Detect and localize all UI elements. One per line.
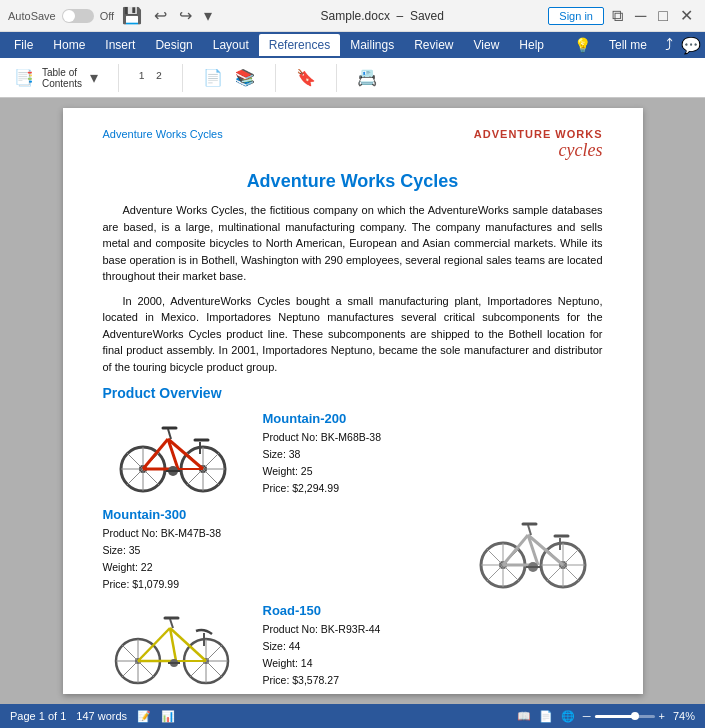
svg-line-39 (528, 525, 531, 535)
status-bar: Page 1 of 1 147 words 📝 📊 📖 📄 🌐 ─ + 74% (0, 704, 705, 728)
proofing-icon[interactable]: 📝 (137, 710, 151, 723)
product-detail-mountain300: Product No: BK-M47B-38 Size: 35 Weight: … (103, 525, 453, 592)
product-image-mountain300 (463, 505, 603, 595)
endnote-icon[interactable]: ² (152, 67, 165, 89)
product-row-mountain200: Mountain-200 Product No: BK-M68B-38 Size… (103, 409, 603, 499)
doc-paragraph2: In 2000, AdventureWorks Cycles bought a … (103, 293, 603, 376)
tab-file[interactable]: File (4, 34, 43, 56)
logo-text-line2: cycles (474, 140, 603, 161)
tab-view[interactable]: View (464, 34, 510, 56)
signin-button[interactable]: Sign in (548, 7, 604, 25)
logo-text-line1: ADVENTURE WORKS (474, 128, 603, 140)
tab-references[interactable]: References (259, 34, 340, 56)
document-area: Adventure Works Cycles ADVENTURE WORKS c… (0, 98, 705, 704)
svg-line-57 (138, 628, 170, 661)
product-no-mountain200: Product No: BK-M68B-38 (263, 429, 603, 446)
word-count: 147 words (76, 710, 127, 722)
window-mode-icon[interactable]: ⧉ (608, 5, 627, 27)
minimize-icon[interactable]: ─ (631, 5, 650, 27)
bike-svg-mountain300 (468, 510, 598, 590)
caption-group: 🔖 (292, 66, 320, 89)
product-weight-mountain200: Weight: 25 (263, 463, 603, 480)
zoom-fill (595, 715, 635, 718)
tab-design[interactable]: Design (145, 34, 202, 56)
doc-header: Adventure Works Cycles ADVENTURE WORKS c… (103, 128, 603, 161)
product-weight-mountain300: Weight: 22 (103, 559, 453, 576)
print-layout-icon[interactable]: 📄 (539, 710, 553, 723)
cite-group: 📄 📚 (199, 66, 259, 89)
index-icon[interactable]: 📇 (353, 66, 381, 89)
caption-icon[interactable]: 🔖 (292, 66, 320, 89)
read-mode-icon[interactable]: 📖 (517, 710, 531, 723)
zoom-percent: 74% (673, 710, 695, 722)
zoom-thumb[interactable] (631, 712, 639, 720)
product-name-mountain200: Mountain-200 (263, 411, 603, 426)
tab-layout[interactable]: Layout (203, 34, 259, 56)
product-info-mountain300: Mountain-300 Product No: BK-M47B-38 Size… (103, 507, 463, 592)
product-size-mountain300: Size: 35 (103, 542, 453, 559)
comment-icon[interactable]: 💬 (681, 36, 701, 55)
tab-mailings[interactable]: Mailings (340, 34, 404, 56)
share-icon[interactable]: ⤴ (665, 36, 673, 54)
bike-svg-mountain200 (108, 414, 238, 494)
product-image-mountain200 (103, 409, 243, 499)
footnote-icon[interactable]: ¹ (135, 67, 148, 89)
product-row-mountain300: Mountain-300 Product No: BK-M47B-38 Size… (103, 505, 603, 595)
biblio-icon[interactable]: 📚 (231, 66, 259, 89)
status-right: 📖 📄 🌐 ─ + 74% (517, 710, 695, 723)
title-bar-center: Sample.docx – Saved (222, 9, 542, 23)
lightbulb-icon: 💡 (574, 37, 591, 53)
product-weight-road150: Weight: 14 (263, 655, 603, 672)
toc-group: 📑 Table ofContents ▾ (10, 66, 102, 89)
product-price-road150: Price: $3,578.27 (263, 672, 603, 689)
ribbon-tabs: File Home Insert Design Layout Reference… (0, 32, 705, 58)
sep2 (182, 64, 183, 92)
redo-icon[interactable]: ↪ (175, 4, 196, 27)
section-title: Product Overview (103, 385, 603, 401)
filename: Sample.docx (321, 9, 390, 23)
product-name-road150: Road-150 (263, 603, 603, 618)
autosave-toggle[interactable] (62, 9, 94, 23)
title-bar-left: AutoSave Off 💾 ↩ ↪ ▾ (8, 4, 216, 27)
toc-dropdown[interactable]: ▾ (86, 66, 102, 89)
doc-logo: ADVENTURE WORKS cycles (474, 128, 603, 161)
zoom-out-icon[interactable]: ─ (583, 710, 591, 722)
maximize-icon[interactable]: □ (654, 5, 672, 27)
undo-icon[interactable]: ↩ (150, 4, 171, 27)
toc-icon[interactable]: 📑 (10, 66, 38, 89)
product-detail-mountain200: Product No: BK-M68B-38 Size: 38 Weight: … (263, 429, 603, 496)
product-price-mountain200: Price: $2,294.99 (263, 480, 603, 497)
product-size-road150: Size: 44 (263, 638, 603, 655)
product-info-mountain200: Mountain-200 Product No: BK-M68B-38 Size… (243, 411, 603, 496)
track-changes-icon[interactable]: 📊 (161, 710, 175, 723)
product-no-mountain300: Product No: BK-M47B-38 (103, 525, 453, 542)
doc-paragraph1: Adventure Works Cycles, the fictitious c… (103, 202, 603, 285)
tab-review[interactable]: Review (404, 34, 463, 56)
sep1 (118, 64, 119, 92)
tab-home[interactable]: Home (43, 34, 95, 56)
tab-insert[interactable]: Insert (95, 34, 145, 56)
product-no-road150: Product No: BK-R93R-44 (263, 621, 603, 638)
title-bar-right: Sign in ⧉ ─ □ ✕ (548, 4, 697, 27)
toggle-off-label: Off (100, 10, 114, 22)
web-layout-icon[interactable]: 🌐 (561, 710, 575, 723)
svg-line-62 (170, 619, 173, 628)
title-bar: AutoSave Off 💾 ↩ ↪ ▾ Sample.docx – Saved… (0, 0, 705, 32)
product-row-road150: Road-150 Product No: BK-R93R-44 Size: 44… (103, 601, 603, 691)
doc-main-title: Adventure Works Cycles (103, 171, 603, 192)
product-size-mountain200: Size: 38 (263, 446, 603, 463)
save-icon[interactable]: 💾 (118, 4, 146, 27)
cite-icon[interactable]: 📄 (199, 66, 227, 89)
svg-line-17 (168, 429, 171, 439)
footnote-group: ¹ ² (135, 67, 166, 89)
tab-help[interactable]: Help (509, 34, 554, 56)
tab-tell-me[interactable]: Tell me (599, 34, 657, 56)
product-info-road150: Road-150 Product No: BK-R93R-44 Size: 44… (243, 603, 603, 688)
zoom-in-icon[interactable]: + (659, 710, 665, 722)
product-detail-road150: Product No: BK-R93R-44 Size: 44 Weight: … (263, 621, 603, 688)
zoom-track (595, 715, 655, 718)
product-image-road150 (103, 601, 243, 691)
close-icon[interactable]: ✕ (676, 4, 697, 27)
customize-icon[interactable]: ▾ (200, 4, 216, 27)
saved-status: Saved (410, 9, 444, 23)
